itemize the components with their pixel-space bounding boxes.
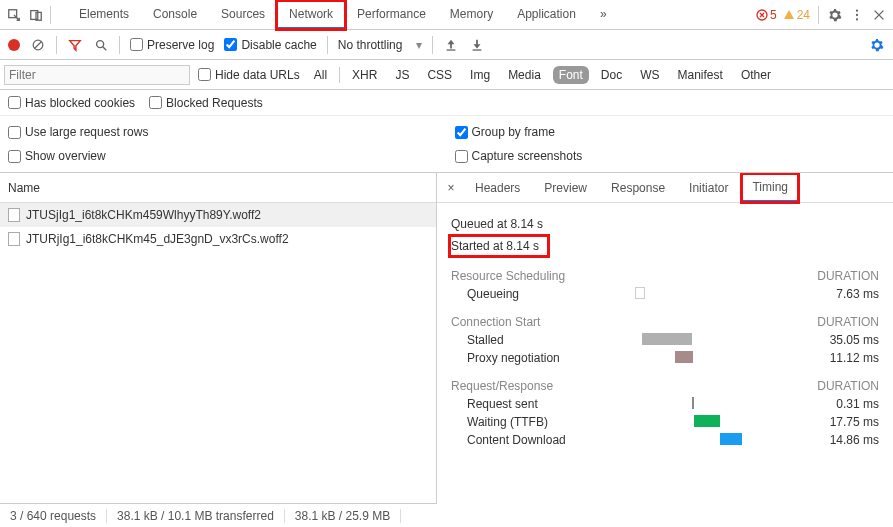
type-manifest[interactable]: Manifest xyxy=(672,66,729,84)
type-img[interactable]: Img xyxy=(464,66,496,84)
preserve-log-checkbox[interactable]: Preserve log xyxy=(130,38,214,52)
type-js[interactable]: JS xyxy=(389,66,415,84)
section-connection-start: Connection Start xyxy=(451,315,540,329)
tab-preview[interactable]: Preview xyxy=(534,175,597,201)
type-media[interactable]: Media xyxy=(502,66,547,84)
blocked-cookies-checkbox[interactable]: Has blocked cookies xyxy=(8,96,135,110)
svg-rect-9 xyxy=(447,49,456,50)
status-resources: 38.1 kB / 25.9 MB xyxy=(285,509,401,523)
large-rows-label: Use large request rows xyxy=(25,125,148,139)
warning-count: 24 xyxy=(797,8,810,22)
inspect-icon[interactable] xyxy=(6,7,22,23)
timing-panel: Queued at 8.14 s Started at 8.14 s Resou… xyxy=(437,203,893,522)
request-list: JTUSjIg1_i6t8kCHKm459WlhyyTh89Y.woff2 JT… xyxy=(0,203,436,522)
request-row[interactable]: JTURjIg1_i6t8kCHKm45_dJE3gnD_vx3rCs.woff… xyxy=(0,227,436,251)
type-ws[interactable]: WS xyxy=(634,66,665,84)
overview-label: Show overview xyxy=(25,149,106,163)
started-at: Started at 8.14 s xyxy=(451,239,539,253)
duration-header: DURATION xyxy=(817,269,879,283)
type-css[interactable]: CSS xyxy=(421,66,458,84)
kebab-icon[interactable] xyxy=(849,7,865,23)
tab-response[interactable]: Response xyxy=(601,175,675,201)
divider xyxy=(56,36,57,54)
tab-timing[interactable]: Timing xyxy=(742,174,798,202)
tab-sources[interactable]: Sources xyxy=(209,1,277,29)
error-badge[interactable]: 5 xyxy=(756,8,777,22)
filter-input[interactable] xyxy=(4,65,190,85)
name-column-header[interactable]: Name xyxy=(0,173,436,203)
section-resource-scheduling: Resource Scheduling xyxy=(451,269,565,283)
device-toggle-icon[interactable] xyxy=(28,7,44,23)
timing-row-sent: Request sent 0.31 ms xyxy=(467,397,879,411)
divider xyxy=(339,67,340,83)
error-count: 5 xyxy=(770,8,777,22)
screenshots-label: Capture screenshots xyxy=(472,149,583,163)
screenshots-checkbox[interactable]: Capture screenshots xyxy=(455,144,583,168)
filter-icon[interactable] xyxy=(67,37,83,53)
divider xyxy=(432,36,433,54)
status-transferred: 38.1 kB / 10.1 MB transferred xyxy=(107,509,285,523)
main-tab-strip: Elements Console Sources Network Perform… xyxy=(67,1,619,29)
divider xyxy=(119,36,120,54)
group-frame-checkbox[interactable]: Group by frame xyxy=(455,120,555,144)
timing-label: Request sent xyxy=(467,397,627,411)
close-icon[interactable] xyxy=(871,7,887,23)
tab-initiator[interactable]: Initiator xyxy=(679,175,738,201)
svg-point-8 xyxy=(97,40,104,47)
divider xyxy=(50,6,51,24)
network-settings-gear-icon[interactable] xyxy=(869,37,885,53)
request-list-pane: Name JTUSjIg1_i6t8kCHKm459WlhyyTh89Y.wof… xyxy=(0,173,437,522)
request-name: JTUSjIg1_i6t8kCHKm459WlhyyTh89Y.woff2 xyxy=(26,208,261,222)
detail-tab-strip: × Headers Preview Response Initiator Tim… xyxy=(437,173,893,203)
throttling-dropdown[interactable]: No throttling ▾ xyxy=(338,38,423,52)
upload-har-icon[interactable] xyxy=(443,37,459,53)
overview-checkbox[interactable]: Show overview xyxy=(8,144,106,168)
gear-icon[interactable] xyxy=(827,7,843,23)
disable-cache-label: Disable cache xyxy=(241,38,316,52)
timing-row-ttfb: Waiting (TTFB) 17.75 ms xyxy=(467,415,879,429)
request-row[interactable]: JTUSjIg1_i6t8kCHKm459WlhyyTh89Y.woff2 xyxy=(0,203,436,227)
download-har-icon[interactable] xyxy=(469,37,485,53)
timing-row-download: Content Download 14.86 ms xyxy=(467,433,879,447)
type-font[interactable]: Font xyxy=(553,66,589,84)
section-request-response: Request/Response xyxy=(451,379,553,393)
tab-headers[interactable]: Headers xyxy=(465,175,530,201)
type-xhr[interactable]: XHR xyxy=(346,66,383,84)
tab-performance[interactable]: Performance xyxy=(345,1,438,29)
group-frame-label: Group by frame xyxy=(472,125,555,139)
timing-row-proxy: Proxy negotiation 11.12 ms xyxy=(467,351,879,365)
disable-cache-checkbox[interactable]: Disable cache xyxy=(224,38,316,52)
clear-icon[interactable] xyxy=(30,37,46,53)
hide-data-urls-checkbox[interactable]: Hide data URLs xyxy=(198,68,300,82)
options-block: Use large request rows Show overview Gro… xyxy=(0,116,893,173)
status-requests: 3 / 640 requests xyxy=(0,509,107,523)
timing-value: 17.75 ms xyxy=(799,415,879,429)
timing-bar xyxy=(675,351,693,363)
tab-application[interactable]: Application xyxy=(505,1,588,29)
type-all[interactable]: All xyxy=(308,66,333,84)
tab-memory[interactable]: Memory xyxy=(438,1,505,29)
warning-badge[interactable]: 24 xyxy=(783,8,810,22)
timing-bar xyxy=(635,287,645,299)
tab-elements[interactable]: Elements xyxy=(67,1,141,29)
timing-bar xyxy=(642,333,692,345)
tab-more[interactable]: » xyxy=(588,1,619,29)
type-other[interactable]: Other xyxy=(735,66,777,84)
svg-point-4 xyxy=(856,9,858,11)
close-detail-icon[interactable]: × xyxy=(441,181,461,195)
blocked-row: Has blocked cookies Blocked Requests xyxy=(0,90,893,116)
divider xyxy=(818,6,819,24)
timing-value: 7.63 ms xyxy=(799,287,879,301)
svg-point-5 xyxy=(856,13,858,15)
large-rows-checkbox[interactable]: Use large request rows xyxy=(8,120,148,144)
tab-network[interactable]: Network xyxy=(277,1,345,29)
type-doc[interactable]: Doc xyxy=(595,66,628,84)
blocked-requests-checkbox[interactable]: Blocked Requests xyxy=(149,96,263,110)
search-icon[interactable] xyxy=(93,37,109,53)
blocked-requests-label: Blocked Requests xyxy=(166,96,263,110)
timing-row-queueing: Queueing 7.63 ms xyxy=(467,287,879,301)
timing-label: Waiting (TTFB) xyxy=(467,415,627,429)
tab-console[interactable]: Console xyxy=(141,1,209,29)
timing-value: 14.86 ms xyxy=(799,433,879,447)
record-button[interactable] xyxy=(8,39,20,51)
